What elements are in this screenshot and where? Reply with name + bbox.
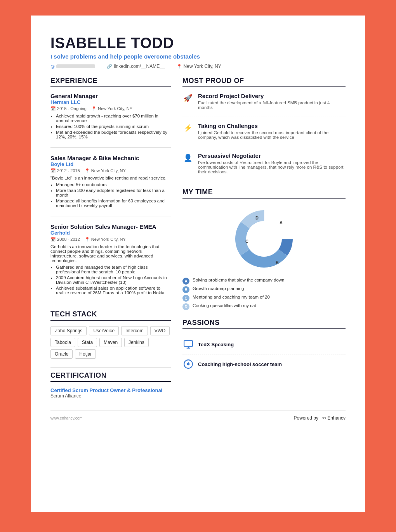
- candidate-tagline: I solve problems and help people overcom…: [50, 53, 346, 60]
- passions-section: PASSIONS TedX Speaking: [182, 319, 346, 374]
- soccer-icon: [182, 358, 194, 370]
- donut-chart: A B C D: [229, 204, 299, 274]
- contact-row: @ 🔗 linkedin.com/__NAME__ 📍 New York Cit…: [50, 64, 346, 69]
- legend-item-b: B Growth roadmap planning: [182, 286, 346, 293]
- header: ISABELLE TODD I solve problems and help …: [50, 35, 346, 69]
- passion-label-1: TedX Speaking: [198, 342, 234, 347]
- tech-stack-section: TECH STACK Zoho Springs UserVoice Interc…: [50, 310, 171, 359]
- legend-label-c: Mentoring and coaching my team of 20: [193, 295, 270, 299]
- job-3-bullet-1: Gathered and managed the team of high cl…: [56, 265, 171, 274]
- enhancv-logo: Powered by ∞ Enhancv: [294, 415, 346, 421]
- job-1-meta: 📅 2015 - Ongoing 📍 New York City, NY: [50, 106, 171, 111]
- job-1-bullets: Achieved rapid growth - reaching over $7…: [50, 114, 171, 139]
- tech-tag-intercom: Intercom: [121, 326, 148, 335]
- right-column: MOST PROUD OF 🚀 Record Project Delivery …: [182, 77, 346, 399]
- proud-content-3: Persuasive/ Negotiater I've lowered cost…: [198, 152, 346, 174]
- job-2-title: Sales Manager & Bike Mechanic: [50, 155, 171, 161]
- job-3-bullet-2: 2009 Acquired highest number of New Logo…: [56, 275, 171, 285]
- proud-icon-3: 👤: [182, 152, 193, 163]
- tech-tag-hotjar: Hotjar: [75, 349, 96, 359]
- job-1: General Manager Herman LLC 📅 2015 - Ongo…: [50, 93, 171, 148]
- legend-label-b: Growth roadmap planning: [193, 286, 244, 291]
- tech-stack-title: TECH STACK: [50, 310, 171, 321]
- job-1-title: General Manager: [50, 93, 171, 99]
- donut-label-d: D: [255, 216, 259, 220]
- legend-item-d: D Cooking quesadillas with my cat: [182, 303, 346, 310]
- tech-tag-zoho: Zoho Springs: [50, 326, 87, 335]
- proud-content-2: Taking on Challenges I joined Gerhold to…: [198, 123, 346, 140]
- job-1-period: 📅 2015 - Ongoing: [50, 106, 87, 111]
- email-contact: @: [50, 64, 95, 69]
- proud-item-1: 🚀 Record Project Delivery Facilitated th…: [182, 93, 346, 116]
- legend-item-c: C Mentoring and coaching my team of 20: [182, 295, 346, 302]
- legend-letter-c: C: [182, 295, 189, 302]
- job-3-bullets: Gathered and managed the team of high cl…: [50, 265, 171, 295]
- job-3-company: Gerhold: [50, 230, 171, 236]
- tech-tag-maven: Maven: [99, 338, 122, 347]
- tech-tag-oracle: Oracle: [50, 349, 73, 359]
- job-3-location: 📍 New York City, NY: [85, 237, 126, 242]
- cert-name: Certified Scrum Product Owner & Professi…: [50, 387, 171, 393]
- proud-item-2: ⚡ Taking on Challenges I joined Gerhold …: [182, 123, 346, 146]
- passion-item-1: TedX Speaking: [182, 335, 346, 354]
- job-2-desc: "Boyle Ltd" is an innovative bike rentin…: [50, 176, 171, 180]
- job-3: Senior Solution Sales Manager- EMEA Gerh…: [50, 223, 171, 303]
- my-time-section: MY TIME A: [182, 188, 346, 310]
- job-2-location: 📍 New York City, NY: [85, 168, 126, 173]
- job-1-bullet-1: Achieved rapid growth - reaching over $7…: [56, 114, 171, 123]
- location-icon: 📍: [177, 64, 182, 69]
- experience-title: EXPERIENCE: [50, 77, 171, 87]
- my-time-legend: A Solving problems that slow the company…: [182, 278, 346, 310]
- enhancv-icon: ∞: [321, 415, 326, 421]
- job-3-title: Senior Solution Sales Manager- EMEA: [50, 223, 171, 230]
- svg-point-5: [187, 363, 190, 366]
- footer: www.enhancv.com Powered by ∞ Enhancv: [50, 410, 346, 421]
- brand-name: Enhancv: [327, 415, 346, 421]
- job-2-bullets: Managed 5+ coordinators More than 300 ea…: [50, 182, 171, 208]
- job-2-bullet-2: More than 300 early adopters registered …: [56, 188, 171, 197]
- email-value: [56, 64, 95, 68]
- location-value: New York City, NY: [184, 64, 221, 69]
- job-1-company: Herman LLC: [50, 99, 171, 105]
- proud-title-3: Persuasive/ Negotiater: [198, 152, 346, 159]
- tech-tags-grid: Zoho Springs UserVoice Intercom VWO Tabo…: [50, 326, 171, 359]
- legend-letter-a: A: [182, 278, 189, 285]
- linkedin-icon: 🔗: [107, 64, 112, 69]
- certification-section: CERTIFICATION Certified Scrum Product Ow…: [50, 367, 171, 399]
- tech-tag-jenkins: Jenkins: [124, 338, 149, 347]
- donut-label-b: B: [276, 260, 279, 265]
- certification-title: CERTIFICATION: [50, 371, 171, 382]
- two-col-layout: EXPERIENCE General Manager Herman LLC 📅 …: [50, 77, 346, 399]
- passion-label-2: Coaching high-school soccer team: [198, 361, 282, 367]
- passions-title: PASSIONS: [182, 319, 346, 329]
- job-3-meta: 📅 2008 - 2012 📍 New York City, NY: [50, 237, 171, 242]
- proud-content-1: Record Project Delivery Facilitated the …: [198, 93, 346, 110]
- legend-item-a: A Solving problems that slow the company…: [182, 278, 346, 285]
- left-column: EXPERIENCE General Manager Herman LLC 📅 …: [50, 77, 171, 399]
- linkedin-value: linkedin.com/__NAME__: [114, 64, 165, 69]
- job-3-bullet-3: Achieved substantial sales on applicatio…: [56, 286, 171, 295]
- legend-letter-d: D: [182, 303, 189, 310]
- powered-by-text: Powered by: [294, 415, 318, 421]
- legend-label-a: Solving problems that slow the company d…: [193, 278, 285, 282]
- proud-desc-1: Facilitated the development of a full-fe…: [198, 100, 346, 110]
- donut-label-c: C: [245, 239, 248, 244]
- job-2-period: 📅 2012 - 2015: [50, 168, 80, 173]
- my-time-title: MY TIME: [182, 188, 346, 199]
- footer-url: www.enhancv.com: [50, 416, 83, 420]
- passion-item-2: Coaching high-school soccer team: [182, 354, 346, 374]
- candidate-name: ISABELLE TODD: [50, 35, 346, 52]
- email-icon: @: [50, 64, 55, 69]
- svg-rect-0: [184, 340, 193, 346]
- job-2-meta: 📅 2012 - 2015 📍 New York City, NY: [50, 168, 171, 173]
- donut-label-a: A: [280, 220, 283, 225]
- donut-chart-container: A B C D: [182, 204, 346, 274]
- tech-tag-uservoice: UserVoice: [89, 326, 119, 335]
- job-2: Sales Manager & Bike Mechanic Boyle Ltd …: [50, 155, 171, 216]
- cert-org: Scrum Alliance: [50, 393, 171, 399]
- most-proud-section: MOST PROUD OF 🚀 Record Project Delivery …: [182, 77, 346, 180]
- experience-section: EXPERIENCE General Manager Herman LLC 📅 …: [50, 77, 171, 303]
- linkedin-contact: 🔗 linkedin.com/__NAME__: [107, 64, 165, 69]
- tech-tag-taboola: Taboola: [50, 338, 75, 347]
- job-2-bullet-1: Managed 5+ coordinators: [56, 182, 171, 187]
